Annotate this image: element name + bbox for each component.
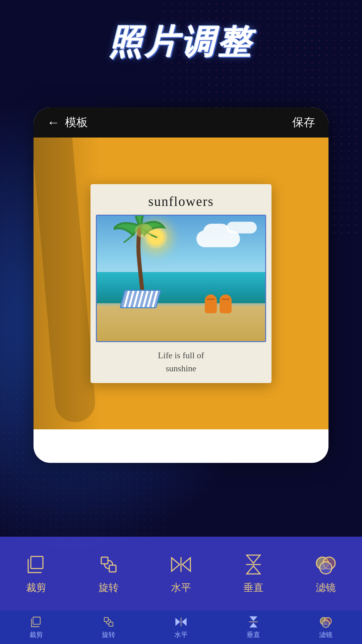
- save-button[interactable]: 保存: [292, 115, 315, 130]
- svg-rect-13: [33, 617, 40, 624]
- nav-vertical-label: 垂直: [247, 630, 260, 639]
- topbar-title: 模板: [65, 115, 88, 130]
- nav-crop-label: 裁剪: [29, 630, 43, 639]
- card-image: [96, 215, 266, 342]
- horizontal-icon: [169, 553, 193, 576]
- svg-point-0: [135, 224, 152, 237]
- svg-marker-7: [247, 555, 260, 563]
- tool-horizontal[interactable]: 水平: [145, 553, 217, 595]
- nav-crop[interactable]: 裁剪: [0, 615, 72, 639]
- beach-sand: [97, 306, 265, 341]
- sandal-right: [220, 294, 232, 313]
- tool-vertical[interactable]: 垂直: [217, 553, 290, 595]
- svg-marker-16: [175, 618, 180, 626]
- tool-filter[interactable]: 滤镜: [290, 553, 362, 595]
- svg-point-24: [322, 620, 329, 627]
- svg-rect-2: [101, 557, 108, 564]
- nav-horizontal-label: 水平: [174, 630, 188, 639]
- bottom-nav: 裁剪 旋转 水平 垂直 滤镜: [0, 610, 362, 644]
- svg-marker-17: [182, 618, 186, 626]
- back-arrow-icon[interactable]: ←: [47, 115, 60, 130]
- nav-horizontal[interactable]: 水平: [145, 615, 217, 639]
- svg-marker-8: [247, 566, 260, 574]
- beach-cloud-2: [227, 222, 257, 233]
- phone-mockup: ← 模板 保存 sunflowers: [34, 107, 328, 463]
- vertical-icon: [242, 553, 265, 576]
- horizontal-label: 水平: [171, 581, 191, 595]
- filter-icon: [314, 553, 338, 576]
- topbar-left[interactable]: ← 模板: [47, 115, 88, 130]
- sandal-left: [205, 294, 217, 313]
- crop-label: 裁剪: [26, 581, 46, 595]
- nav-vertical[interactable]: 垂直: [217, 615, 290, 639]
- nav-filter[interactable]: 滤镜: [290, 615, 362, 639]
- beach-sandals: [205, 294, 232, 313]
- beach-chair: [122, 290, 159, 308]
- svg-rect-15: [109, 622, 113, 626]
- phone-topbar: ← 模板 保存: [34, 107, 328, 138]
- card-title: sunflowers: [90, 184, 272, 215]
- svg-rect-14: [104, 617, 108, 621]
- tool-crop[interactable]: 裁剪: [0, 553, 72, 595]
- app-title: 照片调整: [0, 20, 362, 65]
- nav-filter-label: 滤镜: [319, 630, 333, 639]
- svg-marker-19: [249, 616, 257, 621]
- rotate-label: 旋转: [99, 581, 119, 595]
- card-subtitle: Life is full of sunshine: [90, 342, 272, 383]
- filter-label: 滤镜: [316, 581, 336, 595]
- svg-rect-1: [31, 556, 43, 569]
- rotate-icon: [97, 553, 120, 576]
- svg-point-12: [320, 562, 332, 574]
- vertical-label: 垂直: [243, 581, 263, 595]
- svg-marker-4: [172, 558, 180, 571]
- canvas-area: sunflowers: [34, 138, 328, 429]
- tool-rotate[interactable]: 旋转: [72, 553, 145, 595]
- nav-rotate-label: 旋转: [102, 630, 115, 639]
- crop-icon: [24, 553, 48, 576]
- nav-rotate[interactable]: 旋转: [72, 615, 145, 639]
- svg-marker-5: [182, 558, 190, 571]
- svg-marker-20: [249, 623, 257, 627]
- photo-card: sunflowers: [90, 184, 272, 383]
- svg-rect-3: [109, 565, 116, 572]
- bottom-toolbar: 裁剪 旋转 水平: [0, 537, 362, 610]
